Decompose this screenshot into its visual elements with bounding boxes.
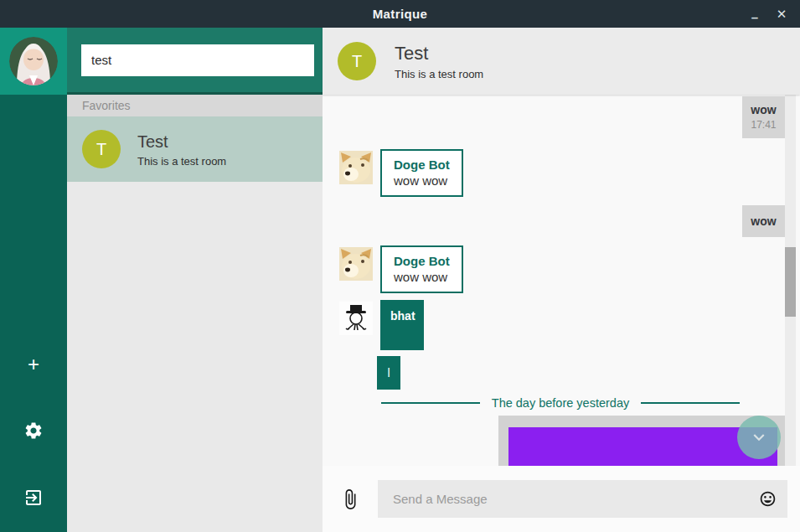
divider-line xyxy=(641,402,740,404)
message-sender: bhat xyxy=(390,309,415,323)
titlebar: Matrique – ✕ xyxy=(0,0,800,28)
room-avatar: T xyxy=(82,130,121,168)
composer xyxy=(323,466,800,532)
message-text: l xyxy=(387,366,390,380)
plus-icon: + xyxy=(28,353,39,376)
search-area xyxy=(67,28,323,95)
chat-panel: T Test This is a test room wow 17:41 xyxy=(323,28,800,532)
scrollbar-thumb[interactable] xyxy=(785,247,796,317)
divider-line xyxy=(381,402,480,404)
message-timestamp: 17:41 xyxy=(742,119,785,131)
doge-avatar xyxy=(339,151,373,184)
gear-icon xyxy=(23,421,44,441)
room-topic: This is a test room xyxy=(137,155,226,168)
favorites-section-header: Favorites xyxy=(67,95,323,116)
settings-button[interactable] xyxy=(0,419,67,442)
doge-avatar xyxy=(339,247,373,281)
paperclip-icon xyxy=(339,488,361,510)
message-text: wow wow xyxy=(394,173,450,188)
timeline-scrollbar[interactable] xyxy=(785,95,796,466)
user-avatar xyxy=(9,37,58,85)
room-list-panel: Favorites T Test This is a test room xyxy=(67,28,323,532)
app-window: Matrique – ✕ xyxy=(0,0,800,532)
message-sent[interactable]: wow 17:41 xyxy=(742,96,785,138)
day-divider: The day before yesterday xyxy=(381,396,740,410)
message-text: wow wow xyxy=(394,270,450,284)
exit-to-app-icon xyxy=(23,488,44,508)
divider-label: The day before yesterday xyxy=(492,396,629,410)
main-area: + Favorites T Test Thi xyxy=(0,28,800,532)
message-field xyxy=(378,480,787,518)
window-controls: – ✕ xyxy=(745,4,800,24)
room-name: Test xyxy=(137,132,226,152)
room-search-input[interactable] xyxy=(81,44,314,76)
message-received[interactable]: bhat xyxy=(339,300,424,350)
add-room-button[interactable]: + xyxy=(0,353,67,376)
chevron-down-icon xyxy=(748,426,770,448)
message-input[interactable] xyxy=(378,480,787,518)
message-received[interactable]: Doge Bot wow wow xyxy=(339,245,463,293)
window-title: Matrique xyxy=(0,7,800,21)
logout-button[interactable] xyxy=(0,486,67,509)
emoji-picker-button[interactable] xyxy=(759,490,777,508)
user-avatar-button[interactable] xyxy=(0,28,67,95)
attach-file-button[interactable] xyxy=(323,488,378,510)
minimize-button[interactable]: – xyxy=(745,4,765,24)
chat-header: T Test This is a test room xyxy=(323,28,800,95)
message-received[interactable]: Doge Bot wow wow xyxy=(339,149,463,197)
close-button[interactable]: ✕ xyxy=(772,4,792,24)
chat-room-topic: This is a test room xyxy=(395,68,483,80)
message-member[interactable]: l xyxy=(377,356,400,390)
message-sent[interactable]: wow xyxy=(742,205,785,237)
message-sender: Doge Bot xyxy=(394,254,450,268)
chat-room-name: Test xyxy=(395,43,483,65)
hat-person-avatar xyxy=(339,302,373,335)
left-rail: + xyxy=(0,28,67,532)
message-sender: Doge Bot xyxy=(394,158,450,172)
smiley-icon xyxy=(759,490,777,508)
message-timeline[interactable]: wow 17:41 xyxy=(323,95,800,466)
scroll-to-bottom-button[interactable] xyxy=(737,416,781,459)
room-list-item-test[interactable]: T Test This is a test room xyxy=(67,116,323,182)
room-list-empty-space xyxy=(67,182,323,532)
chat-room-avatar: T xyxy=(338,42,376,80)
